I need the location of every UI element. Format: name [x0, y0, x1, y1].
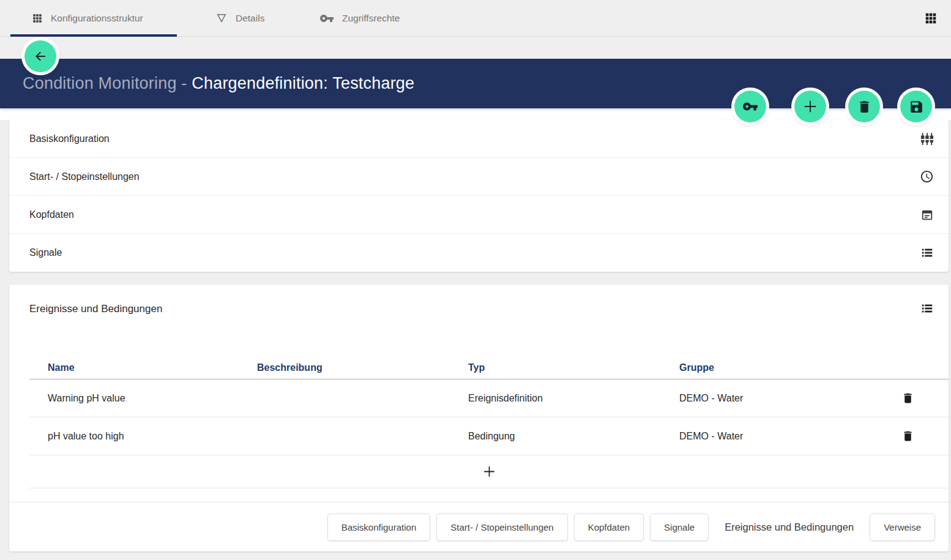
tab-label: Zugriffsrechte	[342, 13, 400, 24]
section-start-stopeinstellungen[interactable]: Start- / Stopeinstellungen	[9, 158, 949, 196]
arrow-left-icon	[33, 49, 48, 64]
table-row[interactable]: Warning pH value Ereignisdefinition DEMO…	[29, 379, 949, 417]
tab-konfigurationsstruktur[interactable]: Konfigurationsstruktur	[32, 0, 143, 37]
column-header-beschreibung: Beschreibung	[239, 362, 450, 373]
trash-icon	[901, 430, 914, 442]
events-table-header: Name Beschreibung Typ Gruppe	[29, 357, 949, 379]
funnel-icon	[215, 12, 228, 24]
delete-button[interactable]	[848, 91, 880, 122]
page-title: Condition Monitoring - Chargendefinition…	[23, 74, 414, 93]
trash-icon	[901, 392, 914, 405]
key-icon	[742, 99, 758, 114]
section-signale[interactable]: Signale	[9, 234, 949, 272]
column-header-typ: Typ	[450, 362, 661, 373]
cell-gruppe: DEMO - Water	[661, 431, 875, 442]
cell-typ: Bedingung	[450, 431, 661, 442]
footer-button-kopfdaten[interactable]: Kopfdaten	[574, 513, 644, 541]
cell-typ: Ereignisdefinition	[450, 393, 661, 404]
add-button[interactable]	[794, 91, 826, 122]
section-label: Kopfdaten	[29, 209, 74, 220]
page-title-main: Chargendefinition: Testcharge	[192, 74, 414, 92]
table-row[interactable]: pH value too high Bedingung DEMO - Water	[29, 417, 949, 455]
footer-button-start-stopeinstellungen[interactable]: Start- / Stopeinstellungen	[436, 513, 567, 541]
tab-label: Konfigurationsstruktur	[51, 13, 143, 24]
footer-button-verweise[interactable]: Verweise	[870, 513, 935, 541]
back-button[interactable]	[24, 40, 56, 72]
column-header-gruppe: Gruppe	[661, 362, 875, 373]
column-header-name: Name	[29, 362, 239, 373]
row-delete-button[interactable]	[901, 430, 914, 442]
save-button[interactable]	[900, 91, 932, 122]
cell-name: Warning pH value	[29, 393, 239, 404]
section-kopfdaten[interactable]: Kopfdaten	[9, 196, 949, 234]
sliders-icon	[920, 132, 934, 146]
tab-zugriffsrechte[interactable]: Zugriffsrechte	[319, 0, 400, 37]
cell-gruppe: DEMO - Water	[661, 393, 875, 404]
tab-details[interactable]: Details	[215, 0, 264, 37]
add-row-button[interactable]	[29, 455, 949, 488]
calendar-icon	[920, 208, 934, 222]
top-tab-bar: Konfigurationsstruktur Details Zugriffsr…	[0, 0, 951, 37]
footer-button-basiskonfiguration[interactable]: Basiskonfiguration	[327, 513, 431, 541]
plus-icon	[482, 464, 497, 479]
events-table: Name Beschreibung Typ Gruppe Warning pH …	[29, 357, 949, 488]
plus-icon	[802, 98, 819, 115]
cell-name: pH value too high	[29, 431, 239, 442]
trash-icon	[857, 99, 872, 114]
configuration-sections-card: Basiskonfiguration Start- / Stopeinstell…	[9, 120, 949, 272]
list-icon	[920, 302, 934, 315]
grid-icon	[32, 13, 43, 24]
section-label: Start- / Stopeinstellungen	[29, 171, 140, 182]
events-conditions-card: Ereignisse und Bedingungen Name Beschrei…	[9, 285, 949, 551]
section-label: Signale	[29, 247, 62, 258]
active-tab-indicator	[10, 34, 177, 37]
events-card-title: Ereignisse und Bedingungen	[29, 303, 162, 315]
permissions-button[interactable]	[734, 91, 766, 122]
section-basiskonfiguration[interactable]: Basiskonfiguration	[9, 120, 949, 158]
list-icon	[920, 246, 934, 259]
footer-button-signale[interactable]: Signale	[650, 513, 709, 541]
key-icon	[319, 11, 334, 26]
section-label: Basiskonfiguration	[29, 133, 110, 144]
apps-grid-icon[interactable]	[924, 12, 938, 25]
save-icon	[909, 99, 924, 114]
section-nav-footer: Basiskonfiguration Start- / Stopeinstell…	[9, 502, 949, 551]
clock-icon	[920, 170, 934, 184]
footer-button-ereignisse-und-bedingungen[interactable]: Ereignisse und Bedingungen	[715, 513, 863, 541]
page-title-prefix: Condition Monitoring -	[23, 74, 192, 92]
tab-label: Details	[236, 13, 264, 24]
row-delete-button[interactable]	[901, 392, 914, 405]
